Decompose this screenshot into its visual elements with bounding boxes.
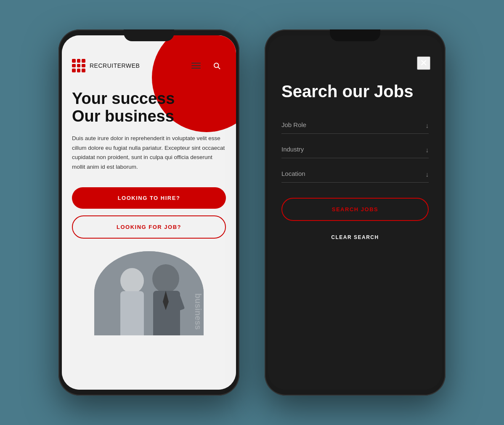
svg-point-5 (152, 264, 179, 293)
right-phone: ✕ Search our Jobs Job Role ↓ Industry ↓ … (265, 29, 446, 396)
location-chevron-icon: ↓ (425, 171, 429, 178)
location-label: Location (281, 170, 429, 183)
left-phone-header: RECRUITERWEB (62, 35, 236, 82)
job-role-label: Job Role (281, 121, 429, 134)
hero-section: Your success Our business Duis aute irur… (62, 82, 236, 239)
logo-dot-1 (72, 59, 76, 63)
search-circle-button[interactable] (207, 56, 226, 75)
svg-line-1 (218, 67, 220, 69)
logo-dot-7 (72, 69, 76, 72)
right-phone-notch (330, 29, 380, 41)
hero-title: Your success Our business (72, 90, 226, 125)
right-phone-screen: ✕ Search our Jobs Job Role ↓ Industry ↓ … (268, 35, 442, 390)
hero-image-inner: business (94, 251, 204, 335)
logo-dot-6 (82, 64, 85, 68)
hero-image: business (94, 251, 204, 335)
left-phone-screen: RECRUITERWEB (62, 35, 236, 390)
industry-field[interactable]: Industry ↓ (281, 146, 429, 158)
logo-text: RECRUITERWEB (90, 62, 140, 69)
left-phone-notch (124, 29, 174, 41)
job-role-field[interactable]: Job Role ↓ (281, 121, 429, 134)
hamburger-line-1 (191, 63, 201, 64)
location-field[interactable]: Location ↓ (281, 170, 429, 183)
logo-icon (72, 59, 85, 72)
hero-body-text: Duis aute irure dolor in reprehenderit i… (72, 134, 226, 173)
industry-chevron-icon: ↓ (425, 146, 429, 154)
right-phone-content: ✕ Search our Jobs Job Role ↓ Industry ↓ … (268, 35, 442, 390)
looking-to-hire-button[interactable]: LOOKING TO HIRE? (72, 187, 226, 209)
svg-rect-2 (94, 251, 204, 335)
search-title: Search our Jobs (281, 82, 429, 101)
close-button[interactable]: ✕ (417, 56, 430, 70)
logo-text-normal: WEB (126, 62, 140, 69)
svg-rect-4 (120, 291, 144, 335)
logo-dot-5 (77, 64, 81, 68)
logo-dot-3 (82, 59, 85, 63)
left-phone: RECRUITERWEB (58, 29, 239, 396)
industry-label: Industry (281, 146, 429, 158)
svg-text:business: business (194, 293, 203, 330)
left-phone-content: RECRUITERWEB (62, 35, 236, 390)
header-right (191, 56, 226, 75)
hamburger-icon[interactable] (191, 63, 201, 69)
logo-dot-2 (77, 59, 81, 63)
svg-point-3 (120, 268, 144, 293)
logo-dot-8 (77, 69, 81, 72)
logo-dot-4 (72, 64, 76, 68)
hamburger-line-2 (191, 65, 201, 66)
job-role-chevron-icon: ↓ (425, 122, 429, 130)
logo-dot-9 (82, 69, 85, 72)
hamburger-line-3 (191, 68, 201, 69)
search-jobs-button[interactable]: SEARCH JOBS (281, 198, 429, 221)
hero-illustration: business (94, 251, 204, 335)
looking-for-job-button[interactable]: LOOKING FOR JOB? (72, 215, 226, 239)
logo-area: RECRUITERWEB (72, 59, 140, 72)
clear-search-button[interactable]: CLEAR SEARCH (281, 229, 429, 245)
